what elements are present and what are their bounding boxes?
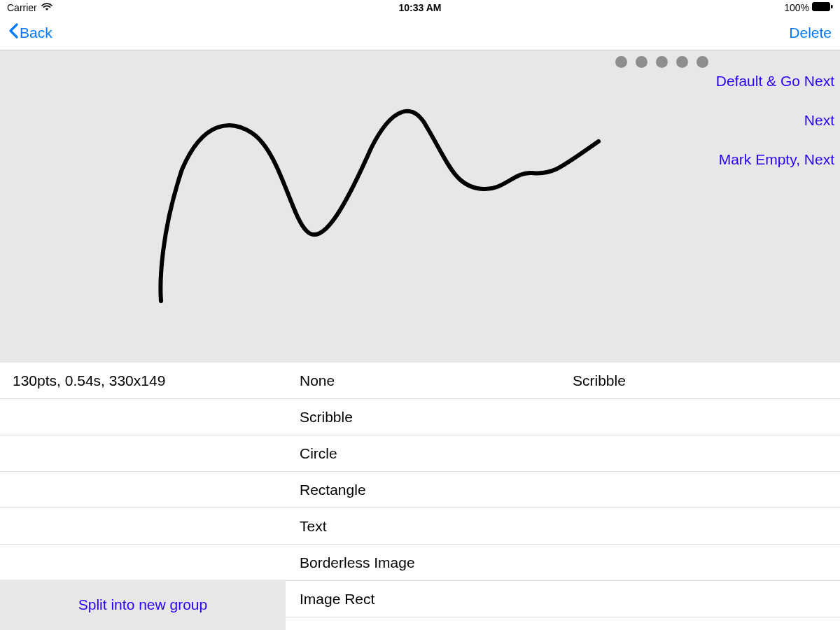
battery-icon [812,2,833,13]
type-option-rectangle[interactable]: Rectangle [286,472,563,508]
type-option-circle[interactable]: Circle [286,435,563,472]
back-label: Back [20,24,52,41]
canvas-area[interactable]: Default & Go Next Next Mark Empty, Next [0,50,840,363]
lower-panel: 130pts, 0.54s, 330x149 Split into new gr… [0,363,840,630]
svg-rect-0 [812,3,830,11]
selection-column: Scribble [563,363,840,630]
info-row-empty [0,399,286,435]
status-right: 100% [558,2,833,13]
ink-stroke [0,50,840,363]
selected-type[interactable]: Scribble [563,363,840,399]
wifi-icon [41,2,52,13]
battery-percent: 100% [784,2,809,13]
info-row-empty [0,472,286,508]
progress-dots [615,56,708,68]
progress-dot [656,56,668,68]
type-option-text[interactable]: Text [286,508,563,545]
status-time: 10:33 AM [282,2,557,13]
info-column: 130pts, 0.54s, 330x149 Split into new gr… [0,363,286,630]
canvas-actions: Default & Go Next Next Mark Empty, Next [716,73,834,168]
progress-dot [676,56,688,68]
stroke-stats: 130pts, 0.54s, 330x149 [0,363,286,399]
split-into-new-group-button[interactable]: Split into new group [0,580,286,630]
type-option-none[interactable]: None [286,363,563,399]
selection-row-empty[interactable] [563,581,840,617]
default-go-next-button[interactable]: Default & Go Next [716,73,834,90]
progress-dot [696,56,708,68]
delete-button[interactable]: Delete [789,24,832,41]
type-options-column: None Scribble Circle Rectangle Text Bord… [286,363,563,630]
chevron-left-icon [8,23,18,42]
selection-row-empty[interactable] [563,472,840,508]
selection-row-empty[interactable] [563,399,840,435]
info-row-empty [0,435,286,472]
status-bar: Carrier 10:33 AM 100% [0,0,840,15]
nav-bar: Back Delete [0,15,840,50]
progress-dot [636,56,648,68]
mark-empty-next-button[interactable]: Mark Empty, Next [719,151,834,168]
back-button[interactable]: Back [8,23,52,42]
status-left: Carrier [7,2,282,13]
selection-row-empty[interactable] [563,508,840,545]
type-option-borderless-image[interactable]: Borderless Image [286,545,563,581]
progress-dot [615,56,627,68]
next-button[interactable]: Next [804,112,834,129]
selection-row-empty[interactable] [563,545,840,581]
type-option-image-rect[interactable]: Image Rect [286,581,563,617]
carrier-label: Carrier [7,2,37,13]
selection-row-empty[interactable] [563,435,840,472]
info-row-empty [0,508,286,545]
svg-rect-1 [831,5,833,8]
type-option-scribble[interactable]: Scribble [286,399,563,435]
